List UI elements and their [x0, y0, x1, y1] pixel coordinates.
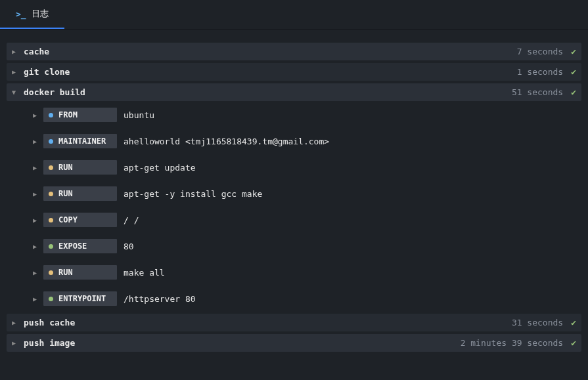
chevron-right-icon: ▶: [12, 319, 18, 326]
dot-icon: [49, 244, 53, 249]
dot-icon: [49, 113, 53, 117]
command-value: /httpserver 80: [124, 294, 196, 304]
chevron-right-icon: ▶: [33, 164, 39, 171]
step-time: 7 seconds: [517, 47, 563, 56]
command-pill: RUN: [43, 265, 117, 280]
chevron-right-icon: ▶: [33, 243, 39, 250]
step-time: 2 minutes 39 seconds: [461, 338, 564, 348]
command-name: ENTRYPOINT: [58, 294, 106, 303]
docker-step-maintainer[interactable]: ▶ MAINTAINER ahelloworld <tmj1165818439.…: [33, 130, 581, 152]
dot-icon: [49, 192, 53, 196]
command-name: MAINTAINER: [58, 137, 106, 146]
dot-icon: [49, 297, 53, 301]
check-icon: ✔: [571, 338, 576, 348]
command-name: RUN: [58, 163, 73, 172]
command-pill: ENTRYPOINT: [43, 291, 117, 306]
step-time: 51 seconds: [512, 87, 563, 97]
command-pill: RUN: [43, 160, 117, 175]
command-name: RUN: [58, 189, 73, 198]
command-value: ubuntu: [124, 110, 154, 120]
tab-bar: >_ 日志: [0, 0, 588, 30]
docker-step-from[interactable]: ▶ FROM ubuntu: [33, 104, 581, 126]
chevron-right-icon: ▶: [12, 48, 18, 55]
step-git-clone[interactable]: ▶ git clone 1 seconds ✔: [7, 63, 581, 81]
step-cache[interactable]: ▶ cache 7 seconds ✔: [7, 43, 581, 60]
docker-step-expose[interactable]: ▶ EXPOSE 80: [33, 235, 581, 257]
check-icon: ✔: [571, 318, 576, 327]
step-name: push cache: [24, 318, 512, 327]
docker-step-run[interactable]: ▶ RUN apt-get update: [33, 156, 581, 179]
command-value: 80: [124, 242, 134, 251]
step-time: 1 seconds: [517, 67, 563, 77]
command-pill: EXPOSE: [43, 239, 117, 253]
step-name: push image: [24, 338, 461, 348]
command-name: RUN: [58, 268, 73, 277]
chevron-right-icon: ▶: [33, 295, 39, 303]
dot-icon: [49, 270, 53, 275]
tab-label: 日志: [32, 8, 49, 20]
chevron-down-icon: ▼: [12, 89, 18, 96]
tab-logs[interactable]: >_ 日志: [0, 0, 64, 29]
docker-step-run[interactable]: ▶ RUN make all: [33, 261, 581, 284]
terminal-icon: >_: [16, 9, 26, 19]
command-value: / /: [124, 215, 139, 225]
step-name: git clone: [24, 67, 517, 77]
command-value: apt-get -y install gcc make: [124, 189, 262, 199]
chevron-right-icon: ▶: [33, 190, 39, 198]
command-name: COPY: [58, 215, 78, 224]
command-value: ahelloworld <tmj1165818439.tm@gmail.com>: [124, 137, 329, 146]
check-icon: ✔: [571, 47, 576, 56]
step-push-image[interactable]: ▶ push image 2 minutes 39 seconds ✔: [7, 334, 581, 352]
docker-step-copy[interactable]: ▶ COPY / /: [33, 209, 581, 231]
log-content: ▶ cache 7 seconds ✔ ▶ git clone 1 second…: [0, 30, 588, 352]
command-name: EXPOSE: [58, 242, 87, 251]
docker-build-steps: ▶ FROM ubuntu ▶ MAINTAINER ahelloworld <…: [7, 104, 581, 310]
step-docker-build[interactable]: ▼ docker build 51 seconds ✔: [7, 83, 581, 101]
chevron-right-icon: ▶: [33, 217, 39, 224]
dot-icon: [49, 165, 53, 170]
step-name: docker build: [24, 87, 512, 97]
chevron-right-icon: ▶: [33, 138, 39, 145]
check-icon: ✔: [571, 87, 576, 97]
chevron-right-icon: ▶: [33, 269, 39, 276]
docker-step-run[interactable]: ▶ RUN apt-get -y install gcc make: [33, 182, 581, 205]
step-push-cache[interactable]: ▶ push cache 31 seconds ✔: [7, 314, 581, 331]
chevron-right-icon: ▶: [33, 112, 39, 119]
dot-icon: [49, 218, 53, 222]
docker-step-entrypoint[interactable]: ▶ ENTRYPOINT /httpserver 80: [33, 287, 581, 310]
command-pill: MAINTAINER: [43, 134, 117, 148]
command-value: make all: [124, 268, 165, 278]
step-time: 31 seconds: [512, 318, 563, 327]
command-pill: FROM: [43, 108, 117, 122]
chevron-right-icon: ▶: [12, 68, 18, 75]
command-pill: COPY: [43, 213, 117, 227]
check-icon: ✔: [571, 67, 576, 77]
command-value: apt-get update: [124, 163, 196, 173]
command-name: FROM: [58, 110, 78, 119]
step-name: cache: [24, 47, 517, 56]
chevron-right-icon: ▶: [12, 339, 18, 347]
dot-icon: [49, 139, 53, 144]
command-pill: RUN: [43, 186, 117, 201]
